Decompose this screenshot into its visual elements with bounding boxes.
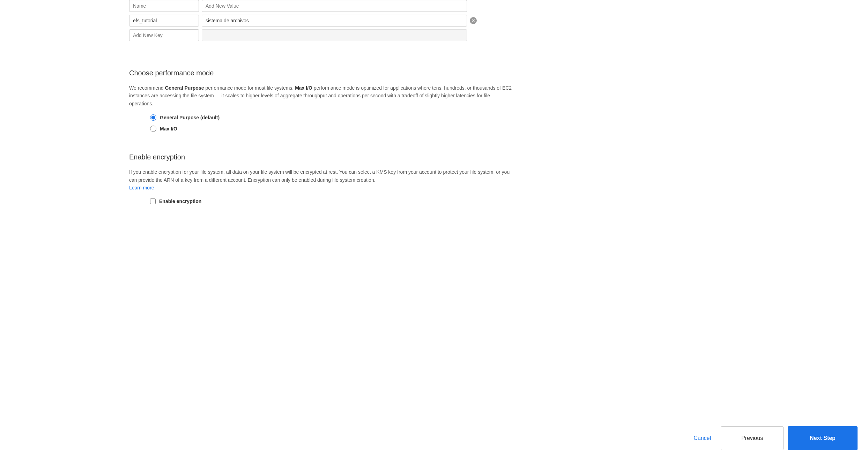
tag-name-header[interactable] <box>129 0 199 12</box>
performance-divider <box>129 62 858 62</box>
general-purpose-radio[interactable] <box>150 114 156 121</box>
tags-section: ✕ ✕ <box>0 0 868 51</box>
max-io-bold: Max I/O <box>295 85 312 91</box>
performance-mode-options: General Purpose (default) Max I/O <box>129 114 858 132</box>
general-purpose-bold: General Purpose <box>165 85 204 91</box>
add-new-key-input[interactable] <box>129 29 199 41</box>
max-io-option[interactable]: Max I/O <box>150 126 858 132</box>
tag-header-row: ✕ <box>129 0 858 12</box>
tag-value-input-efs[interactable] <box>202 15 467 27</box>
add-new-value-input[interactable] <box>202 29 467 41</box>
tag-key-input-efs[interactable] <box>129 15 199 27</box>
tag-row-efs-tutorial: ✕ <box>129 15 858 27</box>
performance-section-title: Choose performance mode <box>129 69 858 77</box>
remove-tag-efs-btn[interactable]: ✕ <box>470 17 477 24</box>
encryption-divider <box>129 146 858 146</box>
general-purpose-option[interactable]: General Purpose (default) <box>150 114 858 121</box>
max-io-radio[interactable] <box>150 126 156 132</box>
tag-add-row <box>129 29 858 41</box>
previous-button[interactable]: Previous <box>721 426 784 450</box>
encryption-description-text: If you enable encryption for your file s… <box>129 169 510 182</box>
encryption-section-title: Enable encryption <box>129 153 858 161</box>
main-content: Choose performance mode We recommend Gen… <box>0 51 868 419</box>
encryption-section: Enable encryption If you enable encrypti… <box>129 146 858 204</box>
general-purpose-label: General Purpose (default) <box>160 115 220 120</box>
enable-encryption-label: Enable encryption <box>159 198 201 204</box>
tag-value-header[interactable] <box>202 0 467 12</box>
cancel-button[interactable]: Cancel <box>688 432 717 445</box>
learn-more-link[interactable]: Learn more <box>129 185 154 190</box>
encryption-options: Enable encryption <box>129 198 858 204</box>
page-container: ✕ ✕ Choose performance mode We recommend… <box>0 0 868 457</box>
enable-encryption-option[interactable]: Enable encryption <box>150 198 858 204</box>
next-step-button[interactable]: Next Step <box>788 426 858 450</box>
enable-encryption-checkbox[interactable] <box>150 198 156 204</box>
encryption-description: If you enable encryption for your file s… <box>129 168 513 192</box>
performance-description: We recommend General Purpose performance… <box>129 84 513 107</box>
footer: Cancel Previous Next Step <box>0 419 868 457</box>
max-io-label: Max I/O <box>160 126 177 132</box>
performance-mode-section: Choose performance mode We recommend Gen… <box>129 62 858 132</box>
